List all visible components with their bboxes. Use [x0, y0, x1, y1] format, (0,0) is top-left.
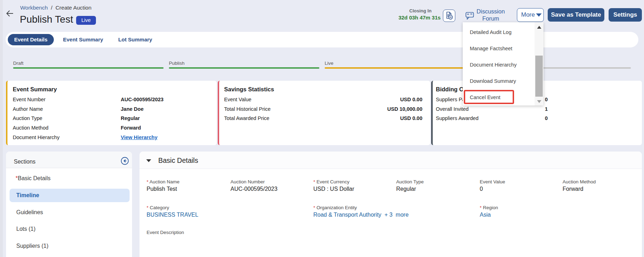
- svg-text:“: “: [467, 12, 469, 18]
